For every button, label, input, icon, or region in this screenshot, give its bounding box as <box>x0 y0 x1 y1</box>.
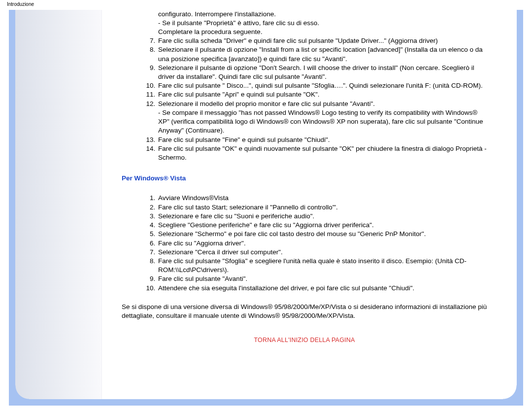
list-item: Scegliere "Gestione periferiche" e fare … <box>157 221 487 230</box>
list-item: Attendere che sia eseguita l'installazio… <box>157 284 487 293</box>
main-content: configurato. Interrompere l'installazion… <box>102 10 517 399</box>
list-item: Selezionare il pulsante di opzione "Inst… <box>157 45 487 63</box>
list-item: Fare clic sul pulsante " Disco...", quin… <box>157 81 487 90</box>
content-area: configurato. Interrompere l'installazion… <box>15 10 517 399</box>
list-item: configurato. Interrompere l'installazion… <box>157 10 487 37</box>
list-item: Fare clic sul pulsante "Sfoglia" e scegl… <box>157 257 487 274</box>
xp-steps-list: configurato. Interrompere l'installazion… <box>122 10 487 163</box>
page-title: Introduzione <box>0 0 532 10</box>
left-sidebar <box>15 10 102 399</box>
list-item: Avviare Windows®Vista <box>157 194 487 203</box>
list-item: Fare clic sul pulsante "OK" e quindi nuo… <box>157 144 487 162</box>
version-note: Se si dispone di una versione diversa di… <box>122 303 487 320</box>
vista-steps-list: Avviare Windows®VistaFare clic sul tasto… <box>122 194 487 292</box>
list-item: Selezionare e fare clic su "Suoni e peri… <box>157 212 487 221</box>
list-item: Fare clic sul pulsante "Avanti". <box>157 274 487 283</box>
list-item: Selezionare "Cerca il driver sul compute… <box>157 248 487 257</box>
list-item: Selezionare il modello del proprio monit… <box>157 100 487 136</box>
list-item: Fare clic sul pulsante "Apri" e quindi s… <box>157 90 487 99</box>
list-item: Selezionare il pulsante di opzione "Don'… <box>157 64 487 81</box>
footer-file-path: file:///D|/cd/190WV7/190WV7CS.00%20EDFU-… <box>0 406 532 411</box>
content-frame: configurato. Interrompere l'installazion… <box>9 10 523 406</box>
back-to-top-link[interactable]: TORNA ALL'INIZIO DELLA PAGINA <box>122 336 487 344</box>
vista-heading: Per Windows® Vista <box>122 174 487 183</box>
list-item: Fare clic su "Aggiorna driver". <box>157 239 487 248</box>
list-item: Fare clic sulla scheda "Driver" e quindi… <box>157 36 487 45</box>
list-item: Fare clic sul tasto Start; selezionare i… <box>157 203 487 212</box>
list-item: Selezionare "Schermo" e poi fare clic co… <box>157 230 487 239</box>
list-item: Fare clic sul pulsante "Fine" e quindi s… <box>157 136 487 144</box>
